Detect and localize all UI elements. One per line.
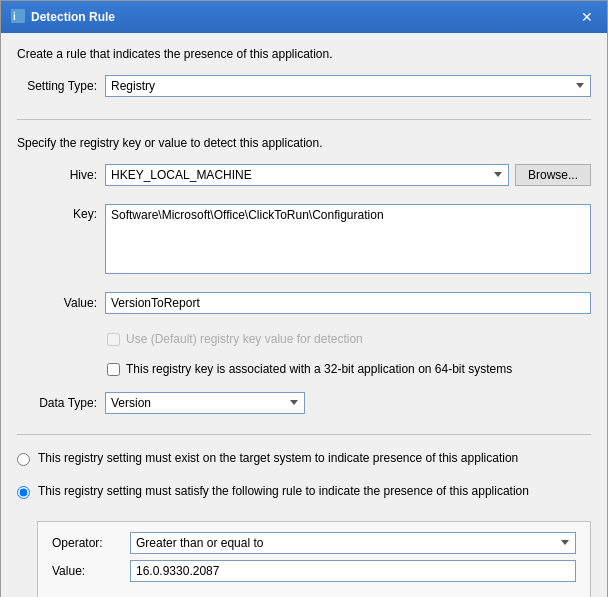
title-bar: i Detection Rule ✕ — [1, 1, 607, 33]
checkbox-default-row: Use (Default) registry key value for det… — [107, 332, 591, 346]
registry-description: Specify the registry key or value to det… — [17, 136, 591, 150]
checkbox-32bit[interactable] — [107, 363, 120, 376]
radio1-label: This registry setting must exist on the … — [38, 451, 518, 465]
radio1-input[interactable] — [17, 453, 30, 466]
checkbox-32bit-label: This registry key is associated with a 3… — [126, 362, 512, 376]
browse-button[interactable]: Browse... — [515, 164, 591, 186]
hive-row: Hive: HKEY_LOCAL_MACHINEHKEY_CURRENT_USE… — [17, 164, 591, 186]
operator-label: Operator: — [52, 536, 122, 550]
data-type-wrapper: VersionStringIntegerBoolean — [105, 392, 591, 414]
radio2-input[interactable] — [17, 486, 30, 499]
checkbox-default[interactable] — [107, 333, 120, 346]
sub-value-row: Value: — [52, 560, 576, 582]
key-label: Key: — [17, 204, 97, 221]
checkbox-32bit-row: This registry key is associated with a 3… — [107, 362, 591, 376]
hive-label: Hive: — [17, 168, 97, 182]
create-rule-description: Create a rule that indicates the presenc… — [17, 47, 591, 61]
detection-rule-dialog: i Detection Rule ✕ Create a rule that in… — [0, 0, 608, 597]
sub-section: Operator: Greater than or equal toEquals… — [37, 521, 591, 597]
value-input-wrapper — [105, 292, 591, 314]
setting-type-label: Setting Type: — [17, 79, 97, 93]
data-type-row: Data Type: VersionStringIntegerBoolean — [17, 392, 591, 414]
dialog-icon: i — [11, 9, 25, 26]
title-bar-left: i Detection Rule — [11, 9, 115, 26]
setting-type-wrapper: RegistryFile SystemWindows Installer — [105, 75, 591, 97]
value-label: Value: — [17, 296, 97, 310]
setting-type-select[interactable]: RegistryFile SystemWindows Installer — [105, 75, 591, 97]
data-type-label: Data Type: — [17, 396, 97, 410]
operator-row: Operator: Greater than or equal toEquals… — [52, 532, 576, 554]
operator-select[interactable]: Greater than or equal toEqualsGreater th… — [130, 532, 576, 554]
checkbox-default-label: Use (Default) registry key value for det… — [126, 332, 363, 346]
radio2-row: This registry setting must satisfy the f… — [17, 484, 591, 499]
radio1-row: This registry setting must exist on the … — [17, 451, 591, 466]
hive-select[interactable]: HKEY_LOCAL_MACHINEHKEY_CURRENT_USERHKEY_… — [105, 164, 509, 186]
dialog-body: Create a rule that indicates the presenc… — [1, 33, 607, 597]
key-wrapper: Software\Microsoft\Office\ClickToRun\Con… — [105, 204, 591, 274]
radio2-label: This registry setting must satisfy the f… — [38, 484, 529, 498]
key-row: Key: Software\Microsoft\Office\ClickToRu… — [17, 204, 591, 274]
sub-value-label: Value: — [52, 564, 122, 578]
value-row: Value: — [17, 292, 591, 314]
divider-1 — [17, 119, 591, 120]
close-button[interactable]: ✕ — [577, 7, 597, 27]
key-textarea[interactable]: Software\Microsoft\Office\ClickToRun\Con… — [105, 204, 591, 274]
hive-wrapper: HKEY_LOCAL_MACHINEHKEY_CURRENT_USERHKEY_… — [105, 164, 591, 186]
data-type-select[interactable]: VersionStringIntegerBoolean — [105, 392, 305, 414]
setting-type-row: Setting Type: RegistryFile SystemWindows… — [17, 75, 591, 97]
value-input[interactable] — [105, 292, 591, 314]
title-bar-title: Detection Rule — [31, 10, 115, 24]
sub-value-input[interactable] — [130, 560, 576, 582]
svg-text:i: i — [13, 11, 16, 22]
divider-2 — [17, 434, 591, 435]
